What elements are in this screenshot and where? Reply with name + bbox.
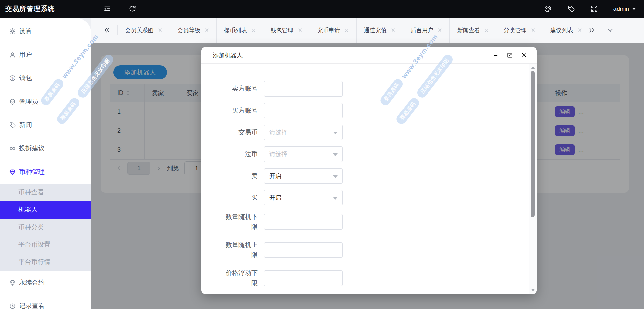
tab-wallet-management[interactable]: 钱包管理 — [263, 18, 310, 43]
tab-member-level[interactable]: 会员等级 — [170, 18, 217, 43]
shield-check-icon — [9, 98, 16, 105]
tab-news-view[interactable]: 新闻查看 — [450, 18, 496, 43]
close-icon[interactable] — [391, 28, 395, 33]
chevron-down-icon — [333, 132, 338, 134]
dialog-header: 添加机器人 — [201, 47, 537, 64]
form-row: 交易币 请选择 — [201, 125, 529, 140]
theme-palette-icon[interactable] — [544, 5, 552, 13]
sidebar-item-label: 永续合约 — [19, 278, 45, 287]
dialog-body: 卖方账号 买方账号 交易币 请选择 法币 请选择 — [201, 64, 529, 294]
close-icon[interactable] — [531, 28, 535, 33]
close-icon[interactable] — [205, 28, 209, 33]
field-label: 数量随机下限 — [220, 212, 258, 232]
sidebar-item-records[interactable]: 记录查看 — [0, 294, 91, 309]
history-icon — [9, 303, 16, 309]
field-label: 价格浮动下限 — [220, 268, 258, 288]
sidebar-item-settings[interactable]: 设置 — [0, 19, 91, 43]
wallet-icon: $ — [9, 75, 16, 82]
submenu-item-robot[interactable]: 机器人 — [0, 201, 91, 219]
chevron-down-icon — [333, 153, 338, 156]
close-icon[interactable] — [438, 28, 442, 33]
sidebar-item-label: 新闻 — [19, 121, 32, 129]
tabs-strip: 会员关系图 会员等级 提币列表 钱包管理 充币申请 通道充值 后台用户 新闻查看… — [118, 18, 587, 43]
seller-account-input[interactable] — [264, 81, 342, 96]
fullscreen-icon[interactable] — [590, 5, 598, 13]
close-icon[interactable] — [521, 52, 527, 58]
gem-icon — [9, 279, 16, 286]
tabs-scroll-left-icon[interactable] — [103, 26, 111, 34]
tabs-dropdown-icon[interactable] — [607, 26, 614, 34]
price-float-lower-limit-input[interactable] — [264, 271, 342, 286]
sell-enabled-select[interactable]: 开启 — [264, 168, 343, 184]
field-label: 买方账号 — [220, 106, 258, 116]
form-row: 卖 开启 — [201, 168, 529, 184]
form-row: 法币 请选择 — [201, 146, 529, 162]
form-row: 价格浮动下限 — [201, 268, 529, 288]
sidebar-item-label: 币种管理 — [19, 168, 45, 176]
form-row: 数量随机上限 — [201, 240, 529, 260]
tab-category-management[interactable]: 分类管理 — [496, 18, 543, 43]
tab-member-relation[interactable]: 会员关系图 — [118, 18, 170, 43]
quantity-upper-limit-input[interactable] — [264, 243, 342, 257]
chevron-down-icon — [632, 8, 636, 10]
header-actions: admin — [544, 0, 636, 18]
tab-backend-users[interactable]: 后台用户 — [403, 18, 450, 43]
sidebar-item-perpetual-contract[interactable]: 永续合约 — [0, 271, 91, 294]
tab-deposit-apply[interactable]: 充币申请 — [310, 18, 357, 43]
submenu-item-platform-coin-market[interactable]: 平台币行情 — [0, 253, 91, 271]
dialog-window-controls — [493, 52, 527, 58]
tab-channel-recharge[interactable]: 通道充值 — [357, 18, 403, 43]
sidebar-item-suggestions[interactable]: 投拆建议 — [0, 137, 91, 160]
field-label: 卖 — [220, 171, 258, 181]
refresh-icon[interactable] — [128, 5, 137, 13]
sidebar-item-wallet[interactable]: $ 钱包 — [0, 66, 91, 90]
submenu-item-coin-view[interactable]: 币种查看 — [0, 184, 91, 201]
scroll-up-icon[interactable] — [531, 66, 535, 69]
tag-icon[interactable] — [567, 5, 575, 13]
chevron-down-icon — [333, 175, 338, 178]
sidebar-item-label: 记录查看 — [19, 302, 45, 309]
currency-submenu: 币种查看 机器人 币种分类 平台币设置 平台币行情 — [0, 184, 91, 271]
dialog-title: 添加机器人 — [213, 51, 493, 59]
sidebar-item-label: 钱包 — [19, 74, 32, 82]
form-row: 买 开启 — [201, 190, 529, 205]
field-label: 买 — [220, 193, 258, 203]
sidebar-collapse-icon[interactable] — [103, 5, 111, 13]
sidebar-item-users[interactable]: 用户 — [0, 43, 91, 66]
link-icon — [9, 145, 16, 152]
sidebar-item-currency-management[interactable]: 币种管理 — [0, 160, 91, 184]
close-icon[interactable] — [344, 28, 349, 33]
app-root: 交易所管理系统 admin 设置 — [0, 0, 644, 309]
quantity-lower-limit-input[interactable] — [264, 214, 342, 229]
close-icon[interactable] — [158, 28, 162, 33]
submenu-item-coin-category[interactable]: 币种分类 — [0, 219, 91, 236]
close-icon[interactable] — [484, 28, 489, 33]
close-icon[interactable] — [298, 28, 302, 33]
tab-withdraw-list[interactable]: 提币列表 — [217, 18, 263, 43]
sidebar-item-label: 管理员 — [19, 97, 38, 106]
sidebar-item-admins[interactable]: 管理员 — [0, 90, 91, 113]
minimize-icon[interactable] — [493, 52, 499, 58]
tag-icon — [9, 122, 16, 129]
user-icon — [9, 51, 16, 58]
buyer-account-input[interactable] — [264, 103, 342, 118]
trade-coin-select[interactable]: 请选择 — [264, 125, 343, 140]
form-row: 数量随机下限 — [201, 212, 529, 232]
sidebar-item-news[interactable]: 新闻 — [0, 113, 91, 137]
scroll-down-icon[interactable] — [531, 289, 535, 291]
buy-enabled-select[interactable]: 开启 — [264, 190, 343, 205]
user-menu[interactable]: admin — [613, 6, 636, 12]
sidebar: 设置 用户 $ 钱包 管理员 新闻 投拆建议 币种管理 币种查看 机器人 — [0, 18, 91, 309]
fiat-coin-select[interactable]: 请选择 — [264, 146, 343, 162]
submenu-item-platform-coin-settings[interactable]: 平台币设置 — [0, 236, 91, 253]
tab-suggestion-list[interactable]: 建议列表 — [543, 18, 587, 43]
gem-icon — [9, 169, 16, 176]
maximize-icon[interactable] — [507, 52, 513, 58]
dialog-scrollbar[interactable] — [529, 64, 537, 294]
svg-text:$: $ — [12, 76, 14, 80]
tabs-scroll-right-icon[interactable] — [588, 26, 595, 34]
close-icon[interactable] — [251, 28, 256, 33]
close-icon[interactable] — [578, 28, 582, 33]
scrollbar-thumb[interactable] — [531, 71, 535, 217]
username: admin — [613, 6, 629, 12]
